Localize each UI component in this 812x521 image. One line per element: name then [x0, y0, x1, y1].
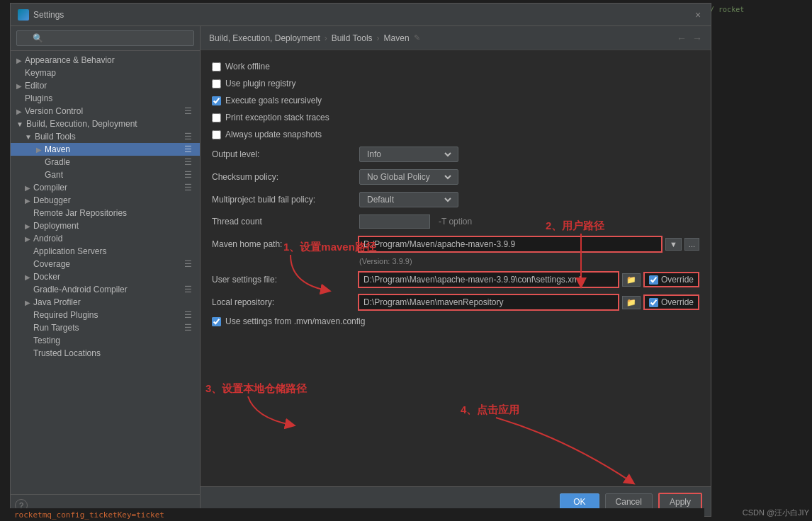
sidebar-label-appservers: Application Servers — [33, 246, 106, 256]
user-settings-input[interactable] — [358, 271, 619, 288]
sidebar-label-gant: Gant — [45, 170, 63, 180]
work-offline-checkbox[interactable] — [212, 62, 221, 71]
ok-button[interactable]: OK — [560, 493, 599, 510]
use-settings-checkbox[interactable] — [212, 317, 221, 326]
print-exception-checkbox[interactable] — [212, 113, 221, 122]
sidebar-label-testing: Testing — [33, 336, 60, 345]
local-repo-browse-btn[interactable]: 📁 — [622, 296, 641, 309]
maven-home-input-wrap: ▼ ... — [358, 236, 699, 253]
sidebar-label-buildtools: Build Tools — [35, 132, 76, 142]
settings-form: Work offline Use plugin registry Execute… — [201, 50, 711, 486]
print-exception-row: Print exception stack traces — [212, 113, 699, 122]
sidebar-item-build[interactable]: ▼ Build, Execution, Deployment — [11, 118, 200, 130]
use-plugin-registry-label[interactable]: Use plugin registry — [225, 79, 295, 88]
local-repo-override-label[interactable]: Override — [661, 297, 694, 307]
sidebar-item-appearance[interactable]: ▶ Appearance & Behavior — [11, 54, 200, 67]
sidebar-item-keymap[interactable]: ▶ Keymap — [11, 67, 200, 79]
maven-home-browse-btn[interactable]: ... — [684, 238, 699, 251]
search-input[interactable] — [16, 30, 194, 46]
sidebar-item-gradle-android[interactable]: ▶ Gradle-Android Compiler ☰ — [11, 283, 200, 296]
user-settings-browse-btn[interactable]: 📁 — [622, 273, 641, 287]
user-settings-row: User settings file: 📁 Override — [212, 271, 699, 288]
code-comment-top: /// rocket — [701, 6, 809, 13]
bottom-code-text: rocketmq_config_ticketKey=ticket — [14, 510, 164, 520]
edit-icon[interactable]: ✎ — [414, 33, 420, 42]
execute-goals-label[interactable]: Execute goals recursively — [225, 96, 322, 105]
sidebar-item-gant[interactable]: ▶ Gant ☰ — [11, 168, 200, 181]
content-panel: Build, Execution, Deployment › Build Too… — [201, 26, 711, 516]
close-button[interactable]: × — [692, 9, 704, 21]
title-text: Settings — [33, 10, 64, 20]
thread-count-label: Thread count — [212, 217, 354, 227]
maven-home-input[interactable] — [358, 236, 662, 253]
execute-goals-checkbox[interactable] — [212, 96, 221, 105]
sidebar-item-debugger[interactable]: ▶ Debugger — [11, 194, 200, 207]
arrow-android: ▶ — [25, 235, 30, 243]
user-settings-input-wrap: 📁 Override — [358, 271, 699, 288]
required-plugins-icon: ☰ — [184, 310, 194, 320]
use-settings-label[interactable]: Use settings from .mvn/maven.config — [225, 316, 365, 326]
sidebar-item-maven[interactable]: ▶ Maven ☰ — [11, 143, 200, 156]
always-update-row: Always update snapshots — [212, 130, 699, 139]
sidebar-item-deployment[interactable]: ▶ Deployment — [11, 219, 200, 232]
sidebar-item-docker[interactable]: ▶ Docker — [11, 270, 200, 283]
sidebar-item-compiler[interactable]: ▶ Compiler ☰ — [11, 181, 200, 194]
sidebar-item-appservers[interactable]: ▶ Application Servers — [11, 245, 200, 258]
user-settings-override-checkbox[interactable] — [649, 275, 658, 285]
sidebar-label-keymap: Keymap — [25, 68, 56, 78]
maven-icon: ☰ — [184, 144, 194, 154]
breadcrumb-forward-button[interactable]: → — [692, 33, 702, 44]
output-level-select[interactable]: Info Debug Warning Error — [364, 149, 453, 160]
breadcrumb-part1: Build, Execution, Deployment — [209, 33, 320, 43]
arrow-buildtools: ▼ — [25, 133, 32, 141]
sidebar-item-testing[interactable]: ▶ Testing — [11, 334, 200, 347]
sidebar-item-vcs[interactable]: ▶ Version Control ☰ — [11, 105, 200, 118]
local-repo-row: Local repository: 📁 Override — [212, 294, 699, 311]
sidebar-item-buildtools[interactable]: ▼ Build Tools ☰ — [11, 130, 200, 143]
sidebar-label-run-targets: Run Targets — [33, 323, 79, 333]
maven-home-label: Maven home path: — [212, 239, 354, 249]
output-level-dropdown[interactable]: Info Debug Warning Error — [359, 147, 458, 162]
breadcrumb-bar: Build, Execution, Deployment › Build Too… — [201, 26, 711, 50]
arrow-debugger: ▶ — [25, 197, 30, 205]
sidebar-item-gradle[interactable]: ▶ Gradle ☰ — [11, 156, 200, 168]
arrow-editor: ▶ — [16, 82, 22, 90]
sidebar-item-editor[interactable]: ▶ Editor — [11, 79, 200, 92]
multiproject-select[interactable]: Default Always Never — [364, 194, 453, 205]
breadcrumb-sep2: › — [377, 33, 380, 43]
sidebar-item-java-profiler[interactable]: ▶ Java Profiler — [11, 296, 200, 309]
sidebar-item-run-targets[interactable]: ▶ Run Targets ☰ — [11, 321, 200, 334]
always-update-label[interactable]: Always update snapshots — [225, 130, 322, 139]
sidebar-item-plugins[interactable]: ▶ Plugins — [11, 92, 200, 105]
breadcrumb-back-button[interactable]: ← — [677, 33, 687, 44]
sidebar-label-vcs: Version Control — [25, 106, 83, 116]
work-offline-label[interactable]: Work offline — [225, 62, 270, 71]
multiproject-dropdown[interactable]: Default Always Never — [359, 192, 458, 207]
output-level-label: Output level: — [212, 149, 354, 159]
sidebar-label-gradle: Gradle — [45, 157, 70, 167]
maven-home-dropdown-btn[interactable]: ▼ — [665, 238, 682, 251]
arrow-compiler: ▶ — [25, 184, 30, 192]
sidebar-item-coverage[interactable]: ▶ Coverage ☰ — [11, 258, 200, 270]
coverage-icon: ☰ — [184, 259, 194, 269]
sidebar-item-trusted-locations[interactable]: ▶ Trusted Locations — [11, 347, 200, 360]
user-settings-override-label[interactable]: Override — [661, 275, 694, 285]
local-repo-input[interactable] — [358, 294, 619, 311]
sidebar-item-android[interactable]: ▶ Android — [11, 232, 200, 245]
breadcrumb-sep1: › — [325, 33, 327, 43]
print-exception-label[interactable]: Print exception stack traces — [225, 113, 329, 122]
checksum-policy-select[interactable]: No Global Policy Warn Fail — [364, 171, 453, 183]
thread-count-input[interactable] — [359, 214, 430, 229]
cancel-button[interactable]: Cancel — [605, 493, 653, 510]
sidebar-item-remote-jar[interactable]: ▶ Remote Jar Repositories — [11, 207, 200, 219]
sidebar-item-required-plugins[interactable]: ▶ Required Plugins ☰ — [11, 309, 200, 321]
always-update-checkbox[interactable] — [212, 130, 221, 139]
sidebar-label-deployment: Deployment — [33, 221, 79, 231]
local-repo-override-checkbox[interactable] — [649, 298, 658, 307]
intellij-icon — [18, 9, 29, 21]
bottom-code-bar: rocketmq_config_ticketKey=ticket — [10, 508, 704, 521]
run-targets-icon: ☰ — [184, 323, 194, 333]
checksum-policy-dropdown[interactable]: No Global Policy Warn Fail — [359, 169, 458, 185]
use-plugin-registry-checkbox[interactable] — [212, 79, 221, 88]
sidebar: ▶ Appearance & Behavior ▶ Keymap ▶ Edito… — [11, 26, 201, 516]
